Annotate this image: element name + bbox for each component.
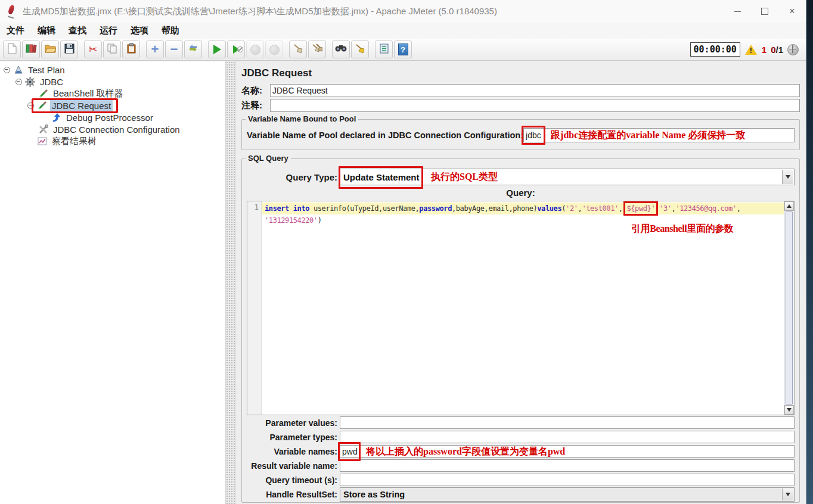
tree-item-jdbc-connection-configuration[interactable]: JDBC Connection Configuration [0, 123, 225, 135]
tree-expand-handle[interactable] [4, 67, 10, 73]
sampler-pipette-icon [37, 101, 47, 111]
tree-expand-handle[interactable] [15, 79, 22, 85]
cut-button[interactable]: ✂ [84, 41, 102, 58]
add-icon: + [151, 43, 159, 56]
tree-item-jdbc[interactable]: JDBC [0, 76, 225, 88]
scroll-up-icon[interactable] [784, 201, 794, 211]
menu-search[interactable]: 查找 [62, 25, 93, 36]
remove-icon: − [170, 43, 178, 56]
menu-help[interactable]: 帮助 [155, 25, 186, 36]
new-file-button[interactable] [3, 41, 21, 58]
tree-item-label[interactable]: BeanShell 取样器 [51, 88, 125, 100]
tree-item-label[interactable]: 察看结果树 [50, 135, 98, 148]
editor-code-area[interactable]: insert into userinfo(uTypeId,userName,pa… [262, 201, 784, 415]
shutdown-icon [269, 45, 280, 55]
comment-row: 注释: [241, 99, 800, 112]
handle-resultset-label: Handle ResultSet: [247, 490, 340, 499]
tree-item-label[interactable]: JDBC [38, 76, 65, 88]
tree-item-label-selected[interactable]: JDBC Request [50, 100, 113, 111]
pool-section-title: Variable Name Bound to Pool [246, 114, 358, 123]
annotation-box-pwd-variable: ${pwd}' [626, 204, 655, 213]
tree-item-label[interactable]: Debug PostProcessor [64, 112, 155, 123]
tree-item-debug-postprocessor[interactable]: Debug PostProcessor [0, 111, 225, 123]
name-row: 名称: [241, 84, 800, 97]
parameter-types-input[interactable] [340, 431, 795, 443]
menu-options[interactable]: 选项 [124, 25, 155, 36]
tree-item-label[interactable]: Test Plan [26, 64, 67, 76]
result-variable-name-label: Result variable name: [247, 461, 340, 471]
shutdown-button [265, 41, 283, 58]
save-button[interactable] [60, 41, 78, 58]
panel-splitter[interactable] [225, 61, 235, 504]
remove-button[interactable]: − [165, 41, 183, 58]
start-no-timers-icon [233, 45, 240, 54]
pool-variable-input[interactable] [523, 128, 795, 142]
handle-resultset-row: Handle ResultSet: Store as String [247, 487, 795, 501]
close-icon[interactable]: × [778, 1, 806, 22]
query-type-combobox[interactable]: Update Statement 执行的SQL类型 [340, 169, 795, 185]
stop-icon [250, 45, 260, 55]
cut-icon: ✂ [88, 44, 97, 55]
tree-item-test-plan[interactable]: Test Plan [0, 64, 225, 76]
help-icon: ? [398, 43, 408, 55]
minimize-icon[interactable] [724, 1, 751, 22]
maximize-icon[interactable] [751, 1, 778, 22]
query-timeout-row: Query timeout (s): [247, 473, 795, 487]
variable-names-label: Variable names: [247, 447, 340, 456]
handle-resultset-combobox[interactable]: Store as String [340, 487, 795, 502]
dropdown-arrow-icon[interactable] [782, 170, 793, 184]
name-input[interactable] [270, 84, 800, 97]
window-title: 生成MD5加密数据.jmx (E:\接口测试实战训练营\Jmeter练习脚本\生… [23, 6, 497, 17]
tree-item-beanshell-sampler[interactable]: BeanShell 取样器 [0, 88, 225, 99]
threads-total: 1 [778, 45, 783, 55]
menubar: 文件 编辑 查找 运行 选项 帮助 [0, 23, 806, 39]
menu-edit[interactable]: 编辑 [31, 25, 62, 36]
paste-icon [127, 43, 136, 56]
annotation-query-type-note: 执行的SQL类型 [431, 171, 498, 183]
warning-indicator[interactable]: ! [744, 44, 758, 55]
toggle-button[interactable] [184, 41, 202, 58]
function-helper-button[interactable] [375, 41, 393, 58]
paste-button[interactable] [122, 41, 140, 58]
test-plan-tree: Test Plan JDBC BeanShell 取样器 JDBC Reques… [0, 61, 225, 504]
dropdown-arrow-icon[interactable] [782, 489, 793, 500]
desktop-background-edge [806, 0, 813, 504]
search-button[interactable] [332, 41, 350, 58]
clear-all-icon [312, 43, 322, 56]
editor-vertical-scrollbar[interactable] [784, 201, 794, 415]
parameter-values-row: Parameter values: [247, 416, 795, 430]
stop-button [246, 41, 264, 58]
menu-file[interactable]: 文件 [0, 25, 31, 36]
code-line-2: '13129154220') [262, 214, 784, 226]
open-button[interactable] [41, 41, 59, 58]
result-variable-name-input[interactable] [340, 459, 795, 472]
menu-run[interactable]: 运行 [93, 25, 124, 36]
comment-input[interactable] [270, 99, 800, 112]
sql-query-section: SQL Query Query Type: Update Statement 执… [241, 158, 800, 503]
parameter-values-input[interactable] [340, 416, 795, 429]
result-variable-name-row: Result variable name: [247, 459, 795, 472]
scroll-down-icon[interactable] [784, 405, 794, 415]
query-timeout-input[interactable] [340, 474, 795, 486]
query-type-label: Query Type: [247, 172, 340, 182]
tree-expand-handle[interactable] [27, 102, 34, 109]
query-label: Query: [247, 188, 795, 200]
tree-item-view-results-tree[interactable]: 察看结果树 [0, 135, 225, 147]
sql-editor[interactable]: 1 insert into userinfo(uTypeId,userName,… [247, 201, 795, 415]
add-button[interactable]: + [146, 41, 164, 58]
variable-names-input[interactable] [340, 445, 795, 458]
templates-button[interactable] [22, 41, 40, 58]
editor-line-numbers: 1 [247, 201, 262, 415]
tree-item-label[interactable]: JDBC Connection Configuration [51, 124, 182, 135]
start-no-timers-button[interactable] [227, 41, 245, 58]
sampler-pipette-icon [38, 89, 48, 99]
help-button[interactable]: ? [394, 41, 412, 58]
search-reset-button[interactable] [351, 41, 369, 58]
clear-button[interactable] [289, 41, 307, 58]
tree-item-jdbc-request[interactable]: JDBC Request [0, 99, 225, 111]
clear-all-button[interactable] [308, 41, 326, 58]
start-button[interactable] [208, 41, 226, 58]
thread-counter: 0/1 [771, 45, 783, 55]
copy-button[interactable] [103, 41, 121, 58]
scrollbar-thumb[interactable] [786, 211, 793, 405]
